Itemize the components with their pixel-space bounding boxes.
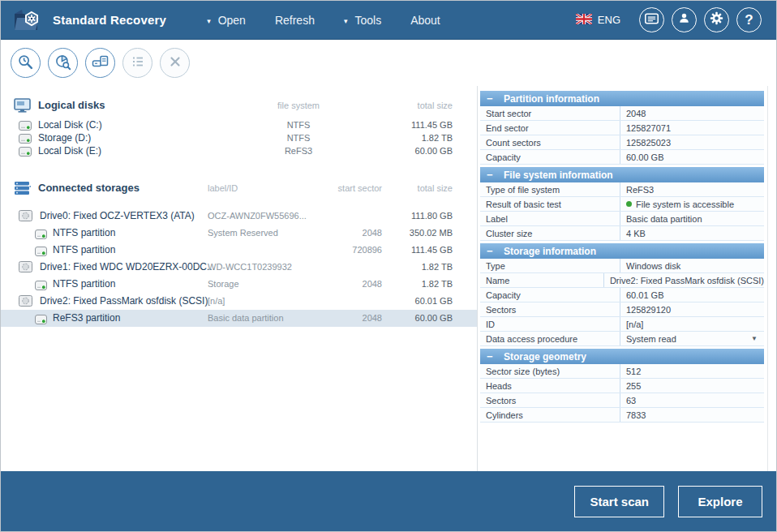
data-access-procedure-select[interactable]: System read ▼ <box>620 332 764 345</box>
logical-disk-row[interactable]: Storage (D:) NTFS 1.82 TB <box>1 131 477 144</box>
topbar-right: ENG <box>576 7 776 32</box>
partition-information-section: − Partition information Start sector 204… <box>480 91 764 165</box>
cell-name: Local Disk (C:) <box>38 119 102 131</box>
disk-stack-icon <box>14 181 32 199</box>
cell-label-id: WD-WCC1T0239932 <box>208 262 292 272</box>
chevron-down-icon: ▾ <box>207 17 211 25</box>
chevron-down-icon: ▾ <box>344 17 348 25</box>
partition-row[interactable]: NTFS partition Storage 2048 1.82 TB <box>1 276 477 293</box>
app-window: Standard Recovery ▾ Open Refresh ▾ Tools… <box>0 0 777 532</box>
collapse-icon[interactable]: − <box>487 351 496 362</box>
collapse-icon[interactable]: − <box>487 93 496 104</box>
cell-label-id: System Reserved <box>208 228 278 238</box>
cell-name: Drive2: Fixed PassMark osfdisk (SCSI) <box>40 295 208 307</box>
collapse-icon[interactable]: − <box>487 169 496 180</box>
info-row: Type Windows disk <box>480 259 764 273</box>
search-scan-icon <box>17 54 34 73</box>
storage-information-header[interactable]: − Storage information <box>480 243 764 259</box>
main-menu: ▾ Open Refresh ▾ Tools About <box>207 14 440 27</box>
cell-total-size: 60.00 GB <box>415 146 453 156</box>
language-selector[interactable]: ENG <box>576 14 620 27</box>
action-bar: Start scan Explore <box>1 471 776 531</box>
cell-label-id: [n/a] <box>208 296 225 306</box>
info-row: Name Drive2: Fixed PassMark osfdisk (SCS… <box>480 273 764 288</box>
info-label: Capacity <box>480 288 620 302</box>
info-value: Drive2: Fixed PassMark osfdisk (SCSI) <box>604 273 764 287</box>
search-scan-button[interactable] <box>11 48 41 78</box>
user-icon <box>678 12 690 28</box>
menu-refresh[interactable]: Refresh <box>275 14 315 27</box>
cell-name: NTFS partition <box>53 278 115 290</box>
log-button[interactable] <box>122 48 152 78</box>
logical-disk-row[interactable]: Local Disk (C:) NTFS 111.45 GB <box>1 118 477 131</box>
info-row: Label Basic data partition <box>480 212 764 226</box>
drive-row[interactable]: Drive1: Fixed WDC WD20EZRX-00DC... WD-WC… <box>1 259 477 276</box>
info-row: Start sector 2048 <box>480 106 764 121</box>
info-label: Result of basic test <box>480 197 620 211</box>
partition-row[interactable]: NTFS partition 720896 111.45 GB <box>1 242 477 259</box>
help-button[interactable]: ? <box>736 7 762 32</box>
info-value: 7833 <box>620 408 764 422</box>
info-value: 2048 <box>620 106 764 120</box>
info-label: Cylinders <box>480 408 620 422</box>
settings-button[interactable] <box>704 7 729 32</box>
info-value-status: File system is accessible <box>620 197 764 211</box>
info-label: Data access procedure <box>480 332 620 345</box>
cell-label-id: Basic data partition <box>208 313 284 323</box>
status-ok-icon <box>626 201 632 207</box>
close-button[interactable] <box>160 48 190 78</box>
info-row: Cylinders 7833 <box>480 408 764 423</box>
section-title: Storage geometry <box>504 351 586 363</box>
info-row: Sector size (bytes) 512 <box>480 364 764 379</box>
collapse-icon[interactable]: − <box>487 246 496 256</box>
info-value: 255 <box>620 379 764 393</box>
partition-row[interactable]: NTFS partition System Reserved 2048 350.… <box>1 225 477 242</box>
storage-information-section: − Storage information Type Windows disk … <box>480 243 764 346</box>
start-scan-button[interactable]: Start scan <box>574 486 664 517</box>
cell-total-size: 1.82 TB <box>422 279 453 289</box>
storage-tree-panel: Logical disks file system total size Loc… <box>1 86 478 471</box>
info-row: Count sectors 125825023 <box>480 135 764 150</box>
partition-information-header[interactable]: − Partition information <box>480 91 764 106</box>
physical-drive-icon <box>19 210 32 225</box>
disk-usage-button[interactable] <box>48 48 78 78</box>
info-value: 63 <box>620 393 764 407</box>
toolbar <box>1 40 776 86</box>
drive-row[interactable]: Drive2: Fixed PassMark osfdisk (SCSI) [n… <box>1 293 477 310</box>
info-label: Type of file system <box>480 182 620 196</box>
menu-tools[interactable]: ▾ Tools <box>344 14 381 27</box>
account-button[interactable] <box>672 7 697 32</box>
cell-label-id: OCZ-AWNZ0FW55696... <box>208 211 307 221</box>
menu-refresh-label: Refresh <box>275 14 315 27</box>
explore-button[interactable]: Explore <box>678 486 762 517</box>
menu-open[interactable]: ▾ Open <box>207 14 246 27</box>
cell-name: NTFS partition <box>53 244 115 255</box>
cell-total-size: 1.82 TB <box>422 133 453 143</box>
info-row: End sector 125827071 <box>480 121 764 135</box>
info-label: Capacity <box>480 150 620 164</box>
cell-file-system: NTFS <box>262 120 335 130</box>
info-label: Label <box>480 212 620 225</box>
partition-icon <box>35 279 47 294</box>
drive-row[interactable]: Drive0: Fixed OCZ-VERTEX3 (ATA) OCZ-AWNZ… <box>1 208 477 225</box>
create-image-button[interactable] <box>85 48 115 78</box>
info-row: Cluster size 4 KB <box>480 226 764 241</box>
app-title: Standard Recovery <box>53 13 166 27</box>
news-monitor-button[interactable] <box>639 7 664 32</box>
gear-icon <box>710 11 723 28</box>
info-label: ID <box>480 317 620 331</box>
monitor-icon <box>645 13 659 28</box>
language-label: ENG <box>598 14 620 26</box>
storage-geometry-header[interactable]: − Storage geometry <box>480 349 764 364</box>
info-row: Result of basic test File system is acce… <box>480 197 764 212</box>
menu-about[interactable]: About <box>410 14 440 27</box>
cell-total-size: 60.01 GB <box>415 296 453 306</box>
logical-disks-list: Local Disk (C:) NTFS 111.45 GB Storage (… <box>1 118 477 157</box>
file-system-information-header[interactable]: − File system information <box>480 167 764 182</box>
partition-row-selected[interactable]: ReFS3 partition Basic data partition 204… <box>1 310 477 327</box>
selected-option: System read <box>626 334 676 344</box>
info-value: 125827071 <box>620 121 764 135</box>
logical-disk-row[interactable]: Local Disk (E:) ReFS3 60.00 GB <box>1 144 477 157</box>
log-list-icon <box>130 54 146 72</box>
cell-name: Drive0: Fixed OCZ-VERTEX3 (ATA) <box>40 210 195 221</box>
